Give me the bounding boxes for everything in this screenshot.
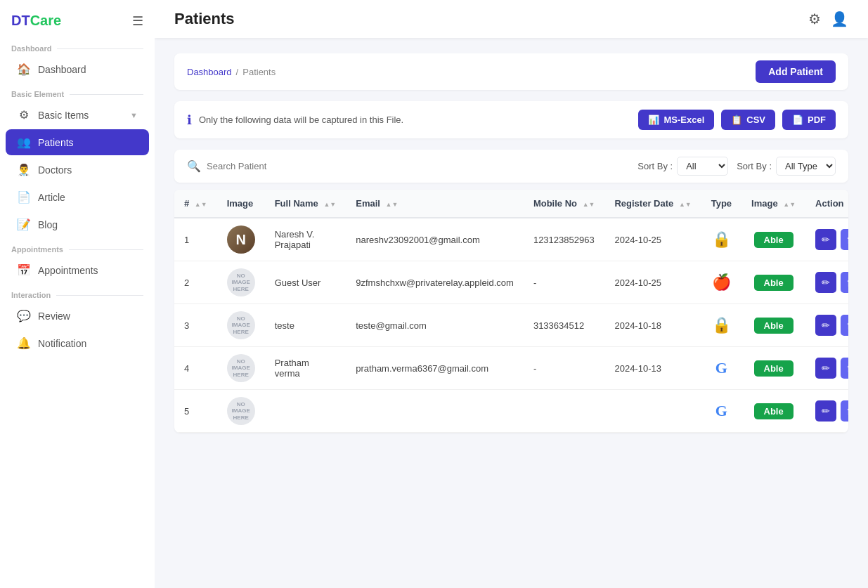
sort-select-1[interactable]: All Name Date Type — [677, 157, 728, 176]
cell-email: 9zfmshchxw@privaterelay.appleid.com — [346, 261, 524, 304]
status-badge: Able — [754, 403, 793, 419]
col-email: Email ▲▼ — [346, 190, 524, 218]
breadcrumb-current: Patients — [242, 67, 276, 77]
edit-button[interactable]: ✏ — [815, 229, 836, 250]
cell-mobile: 123123852963 — [524, 218, 605, 261]
edit-button[interactable]: ✏ — [815, 315, 836, 336]
cell-type: G — [701, 390, 741, 433]
add-patient-button[interactable]: Add Patient — [756, 60, 836, 83]
breadcrumb: Dashboard / Patients — [187, 67, 276, 77]
sidebar-section-interaction: Interaction — [0, 284, 155, 302]
edit-button[interactable]: ✏ — [815, 400, 836, 422]
cell-avatar: NOIMAGEHERE — [217, 304, 265, 347]
cell-num: 3 — [174, 304, 217, 347]
breadcrumb-dashboard[interactable]: Dashboard — [187, 67, 232, 77]
avatar-placeholder: NOIMAGEHERE — [227, 311, 255, 339]
cell-fullname: Pratham verma — [265, 347, 346, 390]
cell-email: teste@gmail.com — [346, 304, 524, 347]
article-icon: 📄 — [17, 190, 31, 204]
sidebar: DTCare ☰ Dashboard 🏠 Dashboard Basic Ele… — [0, 0, 155, 588]
action-buttons: ✏ 🗑 — [815, 358, 848, 379]
search-input[interactable] — [207, 161, 629, 171]
col-mobile: Mobile No ▲▼ — [524, 190, 605, 218]
cell-action: ✏ 🗑 — [805, 218, 848, 261]
page-title: Patients — [174, 10, 235, 28]
doctors-icon: 👨‍⚕️ — [17, 163, 31, 176]
sidebar-item-article[interactable]: 📄 Article — [6, 184, 149, 210]
table-row: 2NOIMAGEHEREGuest User9zfmshchxw@private… — [174, 261, 848, 304]
cell-type: 🍎 — [701, 261, 741, 304]
csv-button[interactable]: 📋 CSV — [721, 110, 775, 130]
delete-button[interactable]: 🗑 — [841, 229, 848, 250]
edit-button[interactable]: ✏ — [815, 272, 836, 293]
avatar: N — [227, 226, 255, 254]
search-sort-bar: 🔍 Sort By : All Name Date Type Sort By :… — [174, 150, 848, 183]
sidebar-section-appointments: Appointments — [0, 238, 155, 256]
col-image: Image — [217, 190, 265, 218]
sidebar-section-dashboard: Dashboard — [0, 37, 155, 55]
gear-icon[interactable]: ⚙ — [808, 11, 821, 27]
sort-group-2: Sort By : All Type Google Apple Lock — [737, 157, 836, 176]
pdf-icon: 📄 — [792, 115, 803, 125]
info-bar: ℹ Only the following data will be captur… — [174, 101, 848, 138]
user-icon[interactable]: 👤 — [831, 11, 848, 27]
sidebar-item-label: Doctors — [38, 164, 72, 176]
col-type: Type — [701, 190, 741, 218]
sidebar-item-review[interactable]: 💬 Review — [6, 303, 149, 329]
sidebar-item-appointments[interactable]: 📅 Appointments — [6, 257, 149, 283]
cell-avatar: NOIMAGEHERE — [217, 390, 265, 433]
lock-icon: 🔒 — [712, 316, 731, 334]
cell-action: ✏ 🗑 — [805, 390, 848, 433]
cell-action: ✏ 🗑 — [805, 304, 848, 347]
search-wrap: 🔍 — [187, 159, 629, 173]
sidebar-item-dashboard[interactable]: 🏠 Dashboard — [6, 56, 149, 82]
avatar-placeholder: NOIMAGEHERE — [227, 397, 255, 425]
delete-button[interactable]: 🗑 — [841, 358, 848, 379]
appointments-icon: 📅 — [17, 263, 31, 277]
cell-action: ✏ 🗑 — [805, 347, 848, 390]
cell-register-date: 2024-10-25 — [604, 218, 701, 261]
sidebar-item-label: Article — [38, 192, 65, 203]
cell-status-badge: Able — [741, 304, 805, 347]
sidebar-item-label: Review — [38, 311, 70, 322]
status-badge: Able — [754, 318, 793, 334]
delete-button[interactable]: 🗑 — [841, 315, 848, 336]
action-buttons: ✏ 🗑 — [815, 315, 848, 336]
main-content: Patients ⚙ 👤 Dashboard / Patients Add Pa… — [155, 0, 868, 588]
edit-button[interactable]: ✏ — [815, 358, 836, 379]
cell-mobile: - — [524, 347, 605, 390]
delete-button[interactable]: 🗑 — [841, 400, 848, 422]
patients-icon: 👥 — [17, 136, 31, 149]
cell-fullname: Naresh V. Prajapati — [265, 218, 346, 261]
sidebar-section-basic: Basic Element — [0, 83, 155, 101]
cell-num: 2 — [174, 261, 217, 304]
sidebar-item-blog[interactable]: 📝 Blog — [6, 211, 149, 237]
chevron-down-icon: ▼ — [130, 111, 138, 119]
search-icon: 🔍 — [187, 159, 201, 173]
table-header-row: # ▲▼ Image Full Name ▲▼ Email ▲▼ Mobile … — [174, 190, 848, 218]
cell-register-date: 2024-10-25 — [604, 261, 701, 304]
app-name: DTCare — [11, 13, 61, 29]
sort-select-2[interactable]: All Type Google Apple Lock — [776, 157, 836, 176]
cell-status-badge: Able — [741, 218, 805, 261]
status-badge: Able — [754, 360, 793, 377]
sidebar-item-label: Patients — [38, 137, 74, 148]
cell-type: G — [701, 347, 741, 390]
delete-button[interactable]: 🗑 — [841, 272, 848, 293]
sidebar-item-basic-items[interactable]: ⚙ Basic Items ▼ — [6, 102, 149, 128]
sidebar-logo: DTCare ☰ — [0, 0, 155, 37]
pdf-button[interactable]: 📄 PDF — [782, 110, 836, 130]
sidebar-item-notification[interactable]: 🔔 Notification — [6, 330, 149, 356]
sidebar-item-patients[interactable]: 👥 Patients — [6, 129, 149, 155]
ms-excel-button[interactable]: 📊 MS-Excel — [638, 110, 714, 130]
cell-num: 4 — [174, 347, 217, 390]
avatar-placeholder: NOIMAGEHERE — [227, 268, 255, 296]
google-icon: G — [715, 402, 727, 419]
cell-email — [346, 390, 524, 433]
cell-avatar: NOIMAGEHERE — [217, 347, 265, 390]
table-row: 1NNaresh V. Prajapatinareshv23092001@gma… — [174, 218, 848, 261]
google-icon: G — [715, 359, 727, 377]
col-action: Action — [805, 190, 848, 218]
sidebar-item-doctors[interactable]: 👨‍⚕️ Doctors — [6, 157, 149, 183]
hamburger-icon[interactable]: ☰ — [132, 13, 143, 29]
